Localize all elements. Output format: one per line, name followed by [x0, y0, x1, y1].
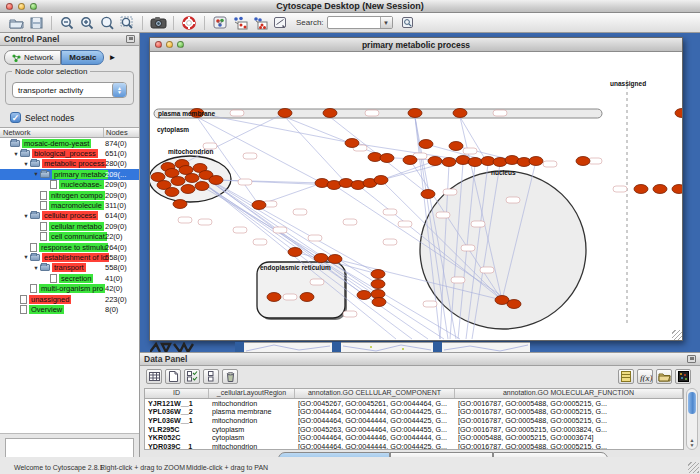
network-node[interactable] — [507, 300, 521, 309]
network-node[interactable] — [468, 158, 482, 167]
network-edge[interactable] — [182, 113, 285, 164]
select-all-attributes-icon[interactable] — [184, 369, 200, 384]
network-node[interactable] — [278, 109, 292, 118]
network-node[interactable] — [345, 139, 359, 148]
network-node[interactable] — [328, 255, 342, 264]
network-node[interactable] — [634, 185, 648, 194]
zoom-fit-icon[interactable] — [117, 14, 137, 31]
network-node[interactable] — [173, 200, 187, 209]
network-node[interactable] — [165, 188, 179, 197]
table-column-header[interactable]: ID — [145, 389, 209, 398]
table-column-header[interactable]: _cellularLayoutRegion — [209, 389, 295, 398]
tree-row[interactable]: mosaic-demo-yeast874(0) — [0, 138, 139, 148]
network-node[interactable] — [209, 176, 223, 185]
attribute-matrix-icon[interactable] — [618, 369, 634, 384]
window-resize-grip[interactable] — [688, 462, 699, 473]
table-row[interactable]: YLR295Ccytoplasm[GO:0045263, GO:0044464,… — [145, 425, 683, 434]
network-node[interactable] — [374, 176, 388, 185]
tree-row[interactable]: ▼metabolic process280(0) — [0, 159, 139, 169]
zoom-selected-icon[interactable] — [97, 14, 117, 31]
search-input[interactable]: ▼ — [327, 16, 393, 29]
tree-expander-icon[interactable]: ▼ — [22, 161, 30, 167]
tree-row[interactable]: response to stimulu264(0) — [0, 242, 139, 252]
tree-row[interactable]: nucleobase-209(0) — [0, 180, 139, 190]
table-column-header[interactable]: annotation.GO MOLECULAR_FUNCTION — [455, 389, 683, 398]
network-edge[interactable] — [205, 177, 378, 274]
tree-expander-icon[interactable]: ▼ — [22, 213, 30, 219]
network-node[interactable] — [672, 185, 682, 194]
vizmapper-icon[interactable] — [210, 14, 230, 31]
network-node[interactable] — [314, 254, 328, 263]
annotation-icon[interactable] — [270, 14, 290, 31]
network-node[interactable] — [252, 201, 266, 210]
network-node[interactable] — [300, 293, 314, 302]
network-view-titlebar[interactable]: primary metabolic process — [150, 38, 682, 52]
unselect-all-attributes-icon[interactable] — [203, 369, 219, 384]
tree-row[interactable]: cell communicat22(0) — [0, 232, 139, 242]
function-builder-icon[interactable]: f(x) — [637, 369, 653, 384]
table-row[interactable]: YJR121W__1mitochondrion[GO:0045267, GO:0… — [145, 399, 683, 408]
network-node[interactable] — [323, 109, 337, 118]
scrollbar-arrows-icon[interactable]: ▲▼ — [687, 438, 697, 448]
tree-row[interactable]: ▼biological_process651(0) — [0, 148, 139, 158]
tree-row[interactable]: ▼cellular process614(0) — [0, 211, 139, 221]
tree-column-nodes[interactable]: Nodes — [104, 128, 139, 137]
network-node[interactable] — [185, 174, 199, 183]
delete-attribute-icon[interactable] — [222, 369, 238, 384]
zoom-out-icon[interactable] — [57, 14, 77, 31]
tab-overflow-arrow-icon[interactable]: ► — [108, 53, 116, 62]
network-node[interactable] — [576, 157, 590, 166]
table-row[interactable]: YDR039C__1mitochondrion[GO:0044464, GO:0… — [145, 442, 683, 450]
table-row[interactable]: YKR052Ccytoplasm[GO:0044464, GO:0044446,… — [145, 433, 683, 442]
open-session-icon[interactable] — [6, 14, 26, 31]
tree-row[interactable]: ▼establishment of lo558(0) — [0, 252, 139, 262]
network-node[interactable] — [675, 109, 682, 118]
network-node[interactable] — [181, 185, 195, 194]
import-attributes-icon[interactable] — [656, 369, 672, 384]
search-dropdown-arrow-icon[interactable]: ▼ — [380, 17, 392, 28]
network-edge[interactable] — [285, 117, 346, 183]
network-node[interactable] — [195, 182, 209, 191]
tree-row[interactable]: secretion41(0) — [0, 273, 139, 283]
tree-expander-icon[interactable]: ▼ — [22, 254, 30, 260]
network-node[interactable] — [403, 156, 417, 165]
tree-row[interactable]: multi-organism pro42(0) — [0, 283, 139, 293]
table-row[interactable]: YPL036W__2plasma membrane[GO:0044464, GO… — [145, 408, 683, 417]
network-node[interactable] — [371, 270, 385, 279]
tree-row[interactable]: ▼transport558(0) — [0, 263, 139, 273]
network-node[interactable] — [380, 154, 394, 163]
network-node[interactable] — [428, 157, 442, 166]
new-attribute-icon[interactable] — [165, 369, 181, 384]
node-color-dropdown[interactable]: transporter activity ▲▼ — [12, 82, 127, 98]
network-node[interactable] — [449, 142, 463, 151]
table-column-header[interactable]: annotation.GO CELLULAR_COMPONENT — [295, 389, 455, 398]
network-node[interactable] — [288, 248, 302, 257]
tree-row[interactable]: ▼primary metabo209(... — [0, 169, 139, 179]
tree-row[interactable]: nitrogen compo209(0) — [0, 190, 139, 200]
tree-expander-icon[interactable]: ▼ — [32, 171, 40, 177]
save-session-icon[interactable] — [26, 14, 46, 31]
network-node[interactable] — [419, 140, 433, 149]
network-edge[interactable] — [285, 117, 387, 158]
tree-row[interactable]: Overview8(0) — [0, 304, 139, 314]
tree-row[interactable]: cellular metabo209(0) — [0, 221, 139, 231]
network-node[interactable] — [453, 109, 467, 118]
network-node[interactable] — [267, 293, 281, 302]
float-panel-icon[interactable] — [126, 35, 135, 43]
network-node[interactable] — [442, 158, 456, 167]
float-data-panel-icon[interactable] — [687, 355, 696, 363]
network-node[interactable] — [529, 157, 543, 166]
layout-network-b-icon[interactable] — [250, 14, 270, 31]
select-nodes-checkbox[interactable]: ✓ — [10, 112, 21, 123]
network-node[interactable] — [357, 291, 371, 300]
tree-column-network[interactable]: Network — [0, 128, 104, 137]
tab-network[interactable]: Network — [4, 50, 61, 65]
tree-expander-icon[interactable]: ▼ — [32, 265, 40, 271]
table-scrollbar[interactable]: ▲▼ — [686, 388, 698, 450]
layout-network-a-icon[interactable] — [230, 14, 250, 31]
tree-row[interactable]: macromolecule311(0) — [0, 200, 139, 210]
network-node[interactable] — [171, 177, 185, 186]
network-node[interactable] — [372, 298, 386, 307]
help-lifesaver-icon[interactable] — [179, 14, 199, 31]
attribute-select-icon[interactable] — [146, 369, 162, 384]
